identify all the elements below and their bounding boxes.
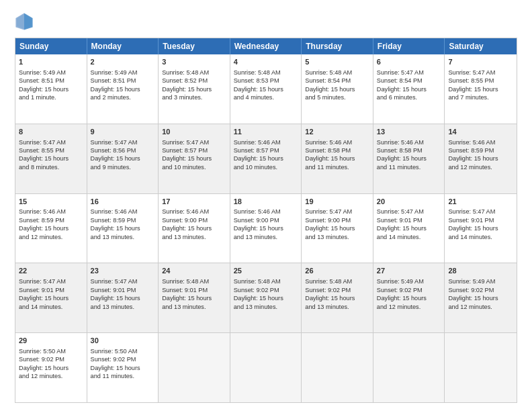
day-number: 24	[162, 266, 226, 276]
day-info: and 11 minutes.	[91, 372, 155, 380]
day-info: Daylight: 15 hours	[305, 154, 369, 163]
day-info: Sunset: 8:57 PM	[162, 146, 226, 154]
day-info: Daylight: 15 hours	[162, 224, 226, 232]
day-info: Sunrise: 5:47 AM	[91, 138, 155, 146]
day-number: 14	[448, 127, 513, 137]
day-info: Sunset: 9:01 PM	[377, 216, 441, 224]
day-info: Sunrise: 5:48 AM	[305, 277, 369, 285]
calendar-cell: 7Sunrise: 5:47 AMSunset: 8:55 PMDaylight…	[445, 54, 517, 124]
day-info: Sunrise: 5:47 AM	[19, 277, 83, 285]
day-info: Daylight: 15 hours	[91, 154, 155, 163]
day-info: Daylight: 15 hours	[91, 364, 155, 372]
day-number: 9	[91, 127, 155, 137]
day-info: Sunset: 9:02 PM	[377, 286, 441, 294]
svg-marker-1	[24, 13, 33, 30]
day-info: Sunset: 8:52 PM	[162, 77, 226, 85]
weekday-header-sunday: Sunday	[15, 38, 87, 54]
day-info: Daylight: 15 hours	[91, 85, 155, 93]
header	[15, 12, 517, 31]
day-info: and 11 minutes.	[377, 163, 441, 171]
day-info: and 13 minutes.	[162, 303, 226, 311]
calendar-cell: 18Sunrise: 5:46 AMSunset: 9:00 PMDayligh…	[230, 194, 302, 263]
day-info: Sunrise: 5:47 AM	[448, 208, 513, 216]
day-info: Sunrise: 5:47 AM	[377, 208, 441, 216]
day-info: Sunset: 8:54 PM	[377, 77, 441, 85]
day-info: Daylight: 15 hours	[162, 294, 226, 302]
day-info: Daylight: 15 hours	[377, 224, 441, 232]
weekday-header-thursday: Thursday	[302, 38, 373, 54]
day-number: 25	[234, 266, 298, 276]
day-info: Daylight: 15 hours	[91, 294, 155, 302]
day-number: 18	[234, 197, 298, 207]
day-info: and 13 minutes.	[162, 233, 226, 241]
calendar-cell: 9Sunrise: 5:47 AMSunset: 8:56 PMDaylight…	[87, 124, 159, 193]
day-info: Sunrise: 5:49 AM	[91, 68, 155, 77]
day-number: 28	[448, 266, 513, 276]
day-info: and 2 minutes.	[91, 93, 155, 101]
svg-marker-2	[15, 13, 24, 30]
day-info: Sunrise: 5:50 AM	[19, 347, 83, 355]
day-info: Daylight: 15 hours	[448, 85, 513, 93]
calendar-cell	[445, 333, 517, 402]
day-info: Sunrise: 5:49 AM	[19, 68, 83, 77]
weekday-header-tuesday: Tuesday	[159, 38, 230, 54]
day-info: Daylight: 15 hours	[19, 224, 83, 232]
day-info: Daylight: 15 hours	[448, 224, 513, 232]
day-info: Sunrise: 5:46 AM	[305, 138, 369, 146]
day-info: and 6 minutes.	[377, 93, 441, 101]
day-number: 10	[162, 127, 226, 137]
day-number: 20	[377, 197, 441, 207]
day-info: Sunset: 8:54 PM	[305, 77, 369, 85]
calendar-body: 1Sunrise: 5:49 AMSunset: 8:51 PMDaylight…	[15, 54, 517, 402]
day-number: 6	[377, 57, 441, 67]
weekday-header-saturday: Saturday	[445, 38, 517, 54]
calendar-cell: 13Sunrise: 5:46 AMSunset: 8:58 PMDayligh…	[373, 124, 445, 193]
day-info: and 14 minutes.	[377, 233, 441, 241]
day-number: 19	[305, 197, 369, 207]
logo	[15, 12, 36, 31]
calendar-row-1: 1Sunrise: 5:49 AMSunset: 8:51 PMDaylight…	[15, 54, 517, 124]
day-info: and 12 minutes.	[377, 303, 441, 311]
day-info: Sunset: 8:53 PM	[234, 77, 298, 85]
day-number: 3	[162, 57, 226, 67]
day-info: Daylight: 15 hours	[91, 224, 155, 232]
day-number: 16	[91, 197, 155, 207]
day-info: Sunrise: 5:47 AM	[305, 208, 369, 216]
day-info: Daylight: 15 hours	[19, 154, 83, 163]
day-info: Sunset: 9:02 PM	[448, 286, 513, 294]
day-info: Daylight: 15 hours	[377, 294, 441, 302]
day-info: Daylight: 15 hours	[377, 154, 441, 163]
calendar-header: SundayMondayTuesdayWednesdayThursdayFrid…	[15, 38, 517, 54]
day-info: and 1 minute.	[19, 93, 83, 101]
calendar-cell: 5Sunrise: 5:48 AMSunset: 8:54 PMDaylight…	[302, 54, 373, 124]
day-number: 11	[234, 127, 298, 137]
day-info: and 11 minutes.	[305, 163, 369, 171]
calendar-cell: 11Sunrise: 5:46 AMSunset: 8:57 PMDayligh…	[230, 124, 302, 193]
day-info: Sunrise: 5:48 AM	[305, 68, 369, 77]
day-info: Sunset: 8:56 PM	[91, 146, 155, 154]
logo-icon	[15, 12, 34, 31]
day-number: 27	[377, 266, 441, 276]
calendar-cell	[302, 333, 373, 402]
day-info: Sunset: 8:58 PM	[377, 146, 441, 154]
calendar-cell	[159, 333, 230, 402]
calendar-cell	[373, 333, 445, 402]
calendar-row-3: 15Sunrise: 5:46 AMSunset: 8:59 PMDayligh…	[15, 193, 517, 263]
day-info: and 5 minutes.	[305, 93, 369, 101]
day-info: Sunrise: 5:46 AM	[234, 138, 298, 146]
calendar-cell: 6Sunrise: 5:47 AMSunset: 8:54 PMDaylight…	[373, 54, 445, 124]
calendar-cell: 24Sunrise: 5:48 AMSunset: 9:01 PMDayligh…	[159, 263, 230, 332]
calendar-cell: 1Sunrise: 5:49 AMSunset: 8:51 PMDaylight…	[15, 54, 87, 124]
day-number: 22	[19, 266, 83, 276]
day-info: and 10 minutes.	[162, 163, 226, 171]
day-info: and 4 minutes.	[234, 93, 298, 101]
day-info: Sunset: 9:01 PM	[19, 286, 83, 294]
calendar-cell: 28Sunrise: 5:49 AMSunset: 9:02 PMDayligh…	[445, 263, 517, 332]
day-info: Daylight: 15 hours	[305, 85, 369, 93]
day-info: and 12 minutes.	[19, 233, 83, 241]
day-info: Sunrise: 5:46 AM	[162, 208, 226, 216]
day-info: and 13 minutes.	[305, 303, 369, 311]
day-info: Sunset: 8:55 PM	[19, 146, 83, 154]
day-info: Daylight: 15 hours	[234, 154, 298, 163]
weekday-header-wednesday: Wednesday	[230, 38, 302, 54]
